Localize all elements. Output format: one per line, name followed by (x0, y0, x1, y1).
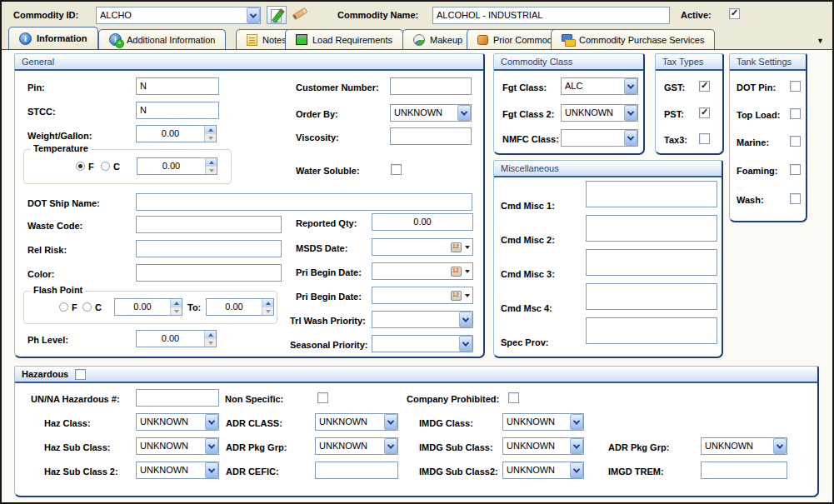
step-up-icon[interactable] (205, 331, 216, 339)
msds-date-picker[interactable] (372, 238, 473, 256)
temperature-c-radio[interactable] (101, 162, 110, 171)
chevron-down-icon[interactable] (624, 105, 637, 121)
weight-gallon-stepper[interactable]: 0.00 (136, 125, 217, 142)
chevron-down-icon[interactable] (384, 438, 397, 454)
waste-code-input[interactable] (136, 216, 282, 233)
chevron-down-icon[interactable] (247, 7, 260, 23)
chevron-down-icon[interactable] (465, 246, 470, 249)
cmd-msc4-input[interactable] (586, 283, 717, 310)
calendar-icon[interactable] (451, 267, 462, 277)
chevron-down-icon[interactable] (205, 462, 218, 478)
step-down-icon[interactable] (262, 307, 273, 315)
hazardous-checkbox[interactable] (75, 369, 86, 380)
cmd-misc2-input[interactable] (586, 215, 717, 242)
temperature-stepper[interactable]: 0.00 (137, 157, 217, 175)
chevron-down-icon[interactable] (465, 294, 470, 297)
step-up-icon[interactable] (171, 299, 182, 307)
pri-begin-date-2-picker[interactable] (372, 287, 473, 304)
un-na-hazardous-input[interactable] (136, 389, 219, 407)
chevron-down-icon[interactable] (459, 336, 472, 352)
reported-qty-input[interactable]: 0.00 (372, 213, 473, 231)
commodity-id-label: Commodity ID: (13, 10, 78, 20)
tab-additional-information[interactable]: Additional Information (98, 29, 226, 49)
pri-begin-date-1-picker[interactable] (372, 262, 473, 280)
imdg-sub-class2-select[interactable]: UNKNOWN (502, 462, 584, 479)
step-down-icon[interactable] (205, 134, 216, 142)
color-input[interactable] (136, 264, 282, 282)
flash-point-to-stepper[interactable]: 0.00 (206, 298, 274, 316)
fgt-class2-select[interactable]: UNKNOWN (561, 104, 638, 122)
fgt-class-select[interactable]: ALC (561, 77, 638, 95)
viscosity-input[interactable] (390, 127, 472, 145)
adr-class-select[interactable]: UNKNOWN (315, 413, 398, 431)
calendar-icon[interactable] (451, 291, 462, 301)
step-up-icon[interactable] (206, 158, 217, 167)
rel-risk-input[interactable] (136, 240, 282, 257)
chevron-down-icon[interactable] (205, 414, 218, 430)
dot-pin-checkbox[interactable] (790, 81, 801, 92)
seasonal-priority-select[interactable] (372, 335, 473, 352)
haz-sub-class-select[interactable]: UNKNOWN (136, 437, 219, 455)
water-soluble-checkbox[interactable] (391, 164, 402, 175)
edit-note-icon[interactable] (267, 6, 287, 24)
tab-commodity-purchase-services[interactable]: Commodity Purchase Services (551, 29, 715, 49)
chevron-down-icon[interactable] (457, 105, 471, 121)
chevron-down-icon[interactable] (205, 438, 218, 454)
flash-point-c-radio[interactable] (82, 302, 92, 312)
temperature-f-radio[interactable] (76, 162, 85, 171)
stcc-input[interactable]: N (136, 102, 219, 119)
dot-ship-name-input[interactable] (136, 193, 472, 211)
tax3-checkbox[interactable] (699, 133, 710, 144)
order-by-select[interactable]: UNKNOWN (390, 104, 472, 122)
ph-level-stepper[interactable]: 0.00 (136, 330, 217, 347)
adr-pkg-grp2-select[interactable]: UNKNOWN (701, 437, 787, 455)
nmfc-class-select[interactable] (561, 129, 638, 147)
tab-information[interactable]: Information (8, 27, 98, 49)
chevron-down-icon[interactable] (384, 414, 397, 430)
step-down-icon[interactable] (171, 307, 182, 315)
step-down-icon[interactable] (206, 167, 217, 174)
chevron-down-icon[interactable] (773, 438, 787, 454)
chevron-down-icon[interactable] (570, 462, 583, 478)
commodity-name-input[interactable]: ALCOHOL - INDUSTRIAL (432, 7, 670, 24)
marine-checkbox[interactable] (790, 136, 801, 147)
top-load-checkbox[interactable] (790, 108, 801, 119)
step-up-icon[interactable] (205, 126, 216, 134)
chevron-down-icon[interactable] (624, 130, 637, 146)
tab-overflow-icon[interactable]: ▼ (817, 37, 824, 45)
commodity-id-select[interactable]: ALCHO (96, 7, 261, 24)
pin-input[interactable]: N (136, 77, 219, 95)
wash-checkbox[interactable] (790, 193, 801, 204)
pst-checkbox[interactable] (699, 107, 710, 118)
foaming-checkbox[interactable] (790, 164, 801, 175)
spec-prov-input[interactable] (586, 317, 717, 344)
tab-makeup[interactable]: Makeup (402, 29, 473, 49)
cmd-misc1-input[interactable] (586, 181, 717, 207)
trl-wash-priority-select[interactable] (372, 311, 473, 328)
imdg-sub-class-select[interactable]: UNKNOWN (502, 437, 584, 455)
chevron-down-icon[interactable] (465, 270, 470, 273)
calendar-icon[interactable] (451, 242, 462, 252)
gst-checkbox[interactable] (699, 81, 710, 92)
imgd-trem-input[interactable] (701, 462, 787, 479)
step-up-icon[interactable] (262, 299, 273, 307)
chevron-down-icon[interactable] (570, 438, 583, 454)
customer-number-input[interactable] (390, 77, 472, 95)
company-prohibited-checkbox[interactable] (508, 392, 519, 403)
tab-load-requirements[interactable]: Load Requirements (285, 29, 403, 49)
chevron-down-icon[interactable] (570, 414, 583, 430)
flash-point-f-radio[interactable] (59, 302, 68, 312)
chevron-down-icon[interactable] (624, 78, 637, 94)
haz-class-select[interactable]: UNKNOWN (136, 413, 219, 431)
active-checkbox[interactable] (729, 8, 740, 19)
cmd-misc3-input[interactable] (586, 249, 717, 276)
pencil-icon[interactable] (292, 6, 308, 21)
imdg-class-select[interactable]: UNKNOWN (502, 413, 584, 431)
step-down-icon[interactable] (205, 339, 216, 347)
haz-sub-class2-select[interactable]: UNKNOWN (136, 462, 219, 479)
non-specific-checkbox[interactable] (317, 392, 328, 403)
adr-pkg-grp-select[interactable]: UNKNOWN (315, 437, 398, 455)
chevron-down-icon[interactable] (459, 312, 472, 327)
adr-cefic-input[interactable] (315, 462, 398, 479)
flash-point-from-stepper[interactable]: 0.00 (114, 298, 182, 316)
